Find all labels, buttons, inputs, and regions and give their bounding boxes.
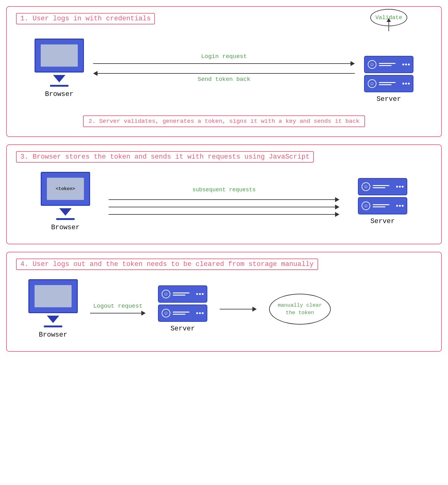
login-arrow-right xyxy=(93,61,355,66)
monitor-stand-4 xyxy=(47,316,59,323)
manually-arrowhead xyxy=(252,307,257,312)
server-dot-3-4 xyxy=(396,205,398,207)
server-lines-1a xyxy=(379,63,400,66)
browser-label-3: Browser xyxy=(51,224,80,231)
server-lines-4a xyxy=(173,292,194,296)
logout-label: Logout request xyxy=(93,303,143,309)
login-arrow-row: Login request xyxy=(93,53,355,66)
server-dot-1 xyxy=(402,64,404,65)
server-dot-4-4 xyxy=(196,312,198,314)
manually-arrow xyxy=(220,307,257,312)
token-arrowhead xyxy=(93,71,97,76)
server-lines-3b xyxy=(373,204,394,207)
server-line-4-1 xyxy=(173,292,189,293)
server-dot-5 xyxy=(405,83,407,85)
server-group-4: ☺ ☺ xyxy=(158,285,207,333)
multi-arrow-line-2 xyxy=(109,207,335,207)
monitor-stand-3 xyxy=(59,208,72,216)
server-icon-1a: ☺ xyxy=(368,60,376,69)
server-icon-4b: ☺ xyxy=(162,309,170,317)
server-dot-6 xyxy=(408,83,410,85)
server-unit-1b: ☺ xyxy=(364,75,413,92)
manually-arrow-line xyxy=(220,309,252,309)
arrows-area-1: Login request Send token back xyxy=(93,53,355,84)
server-person-icon-1a: ☺ xyxy=(370,62,375,67)
server-person-icon-4b: ☺ xyxy=(164,311,168,316)
panel-3-label: 3. Browser stores the token and sends it… xyxy=(16,151,314,163)
validate-arrow-line xyxy=(388,22,389,31)
server-line-4 xyxy=(379,84,392,85)
monitor-base-4 xyxy=(44,325,62,327)
server-group-3: ☺ ☺ xyxy=(358,178,407,225)
multi-arrow-line-3 xyxy=(109,214,335,215)
monitor-4 xyxy=(28,279,78,313)
multi-arrow-lines xyxy=(109,197,339,217)
server-unit-4a: ☺ xyxy=(158,285,207,303)
server-icon-1b: ☺ xyxy=(368,79,376,88)
multi-arrow-2 xyxy=(109,205,339,209)
server-line-2 xyxy=(379,65,392,66)
server-dot-3 xyxy=(408,64,410,65)
server-line-3 xyxy=(379,82,396,83)
server-dot-4-5 xyxy=(199,312,201,314)
monitor-screen-1 xyxy=(41,44,78,67)
server-dot-4 xyxy=(402,83,404,85)
panel-4: 4. User logs out and the token needs to … xyxy=(6,252,442,352)
server-dot-4-3 xyxy=(202,293,204,295)
login-request-label: Login request xyxy=(201,53,247,60)
server-label-1: Server xyxy=(376,95,401,103)
token-arrow-left xyxy=(93,71,355,76)
browser-label-1: Browser xyxy=(45,90,73,98)
multi-arrowhead-2 xyxy=(335,205,339,209)
monitor-3: <token> xyxy=(41,172,90,206)
server-dots-3a xyxy=(396,186,404,188)
multi-arrows: subsequent requests xyxy=(109,187,339,217)
server-dots-4a xyxy=(196,293,204,295)
server-icon-4a: ☺ xyxy=(162,290,170,298)
login-arrow-line xyxy=(93,63,351,64)
panel-1: 1. User logs in with credentials Browser… xyxy=(6,6,442,137)
server-person-icon-4a: ☺ xyxy=(164,292,168,296)
server-label-3: Server xyxy=(370,218,395,225)
validate-arrowhead xyxy=(387,18,391,22)
server-lines-3a xyxy=(373,185,394,188)
browser-label-4: Browser xyxy=(39,331,67,339)
logout-arrowhead xyxy=(141,311,146,316)
server-person-icon-1b: ☺ xyxy=(370,81,375,86)
server-icon-3a: ☺ xyxy=(362,182,370,191)
logout-arrow-section: Logout request xyxy=(90,303,146,316)
server-dots-1b xyxy=(402,83,410,85)
server-dot-2 xyxy=(405,64,407,65)
server-dot-3-2 xyxy=(399,186,401,188)
validate-arrow xyxy=(387,18,391,31)
server-unit-1a: ☺ xyxy=(364,56,413,73)
server-lines-4b xyxy=(173,312,194,315)
server-dot-3-1 xyxy=(396,186,398,188)
multi-arrow-line-1 xyxy=(109,199,335,200)
server-dots-3b xyxy=(396,205,404,207)
server-line-1 xyxy=(379,63,396,64)
server-dots-4b xyxy=(196,312,204,314)
panel-1-label: 1. User logs in with credentials xyxy=(16,13,155,24)
server-unit-4b: ☺ xyxy=(158,305,207,322)
server-icon-3b: ☺ xyxy=(362,201,370,210)
multi-arrowhead-1 xyxy=(335,197,339,202)
manually-clear-bubble: manually clear the token xyxy=(269,294,331,325)
login-arrowhead xyxy=(351,61,355,66)
multi-arrowhead-3 xyxy=(335,212,339,217)
monitor-base-1 xyxy=(50,85,68,87)
send-token-label: Send token back xyxy=(197,76,250,83)
token-arrow-line xyxy=(97,73,355,74)
server-unit-3a: ☺ xyxy=(358,178,407,195)
server-line-4-4 xyxy=(173,314,185,315)
multi-arrow-1 xyxy=(109,197,339,202)
monitor-base-3 xyxy=(56,218,75,220)
panel-4-label: 4. User logs out and the token needs to … xyxy=(16,259,318,270)
server-line-4-2 xyxy=(173,295,185,296)
server-line-4-3 xyxy=(173,312,189,313)
server-block-1: Validate ☺ xyxy=(364,34,413,103)
browser-block-4: Browser xyxy=(28,279,78,339)
monitor-1 xyxy=(35,39,84,73)
panel-4-content: Browser Logout request ☺ xyxy=(16,276,432,342)
monitor-stand-1 xyxy=(53,75,65,82)
